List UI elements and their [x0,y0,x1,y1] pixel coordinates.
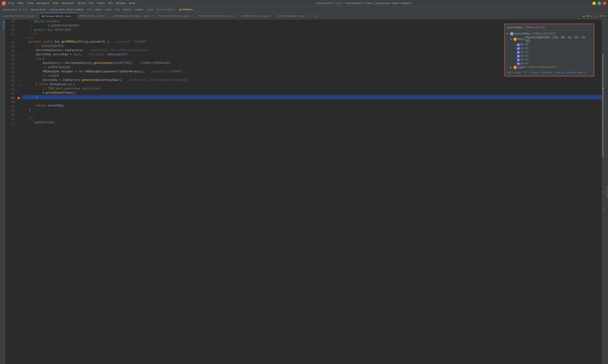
tooltip-tree-byte2[interactable]: B 2 = 51 [507,50,592,54]
tree-toggle[interactable]: ▶ [510,66,513,69]
tab-label: LambdaQueryWrapper.class [113,15,150,17]
tooltip-tree-type[interactable]: ▶ ● type = "PBEWithMD5AndDES" [507,65,592,69]
line-numbers: 48 49 50 51 52 53 54 55 56 57 58 59 60 6… [5,19,16,364]
tab-close-icon[interactable]: ✕ [192,15,193,17]
line-69: 69 [5,113,15,117]
tab-passwordutil[interactable]: PasswordUtil.java ✕ [39,13,77,19]
tooltip-tree-byte1[interactable]: B 1 = 50 [507,47,592,50]
breadcrumb-item[interactable]: common [134,8,143,11]
warnings-count: ▲ 16 [583,15,589,17]
tree-icon-byte: B [517,62,520,65]
line-hint [5,36,15,41]
maximize-button[interactable] [598,2,601,5]
line-67: 67 [5,104,15,109]
tab-lambdaquerywrapper[interactable]: LambdaQueryWrapper.class ✕ [110,13,156,19]
tooltip-tree-key[interactable]: ▼ ● key = {byte[6]@16188} [49, 50, 51, 5… [507,36,592,43]
breadcrumb-item[interactable]: src [87,8,92,11]
menu-navigate[interactable]: Navigate [37,2,49,5]
main-layout: Project 48 49 50 51 52 53 54 55 56 57 58… [0,19,608,364]
minimize-button[interactable] [592,2,596,5]
close-button[interactable] [603,2,606,5]
code-line-66 [22,99,604,104]
tab-methodproxy[interactable]: MethodProxy.class ✕ [240,13,274,19]
menu-help[interactable]: Help [129,2,135,5]
tab-close-icon[interactable]: ✕ [236,15,237,17]
line-71: 71 [5,122,15,126]
tab-scroll-down[interactable]: ▼ [605,15,606,17]
menu-view[interactable]: View [27,2,33,5]
create-renderer-btn[interactable]: Create renderer [529,71,553,74]
warnings-count2: △ 1 [591,14,595,17]
menu-file[interactable]: File [8,2,14,5]
code-line-61: secretKey = keyFactory.generateSecret(ke… [22,78,604,82]
tree-toggle[interactable]: ▼ [510,38,513,41]
tab-sysuserserviceimpl[interactable]: SysUserServiceImpl.java ✕ [196,13,240,19]
set-value-btn[interactable]: Set value [507,71,521,74]
tab-label: LoginController.java [2,15,34,17]
editor-scrollbar[interactable] [602,19,604,364]
tab-close-icon[interactable]: ✕ [36,15,37,17]
line-51: 51 [5,32,15,36]
menu-bar[interactable]: File Edit View Navigate Code Refactor Bu… [8,2,135,5]
breadcrumb-item[interactable]: jeecg-boot-2.3.0 [2,8,27,11]
tab-label: MethodProxy.class [242,15,269,17]
tooltip-tree-byte4[interactable]: B 4 = 53 [507,58,592,62]
tab-label: ISysUserService.java [158,15,190,17]
tab-sy[interactable]: Sy... [311,13,339,19]
tooltip-tree-byte3[interactable]: B 3 = 52 [507,54,592,58]
code-line-68: } [22,108,604,112]
editor-area: 48 49 50 51 52 53 54 55 56 57 58 59 60 6… [5,19,604,364]
tooltip-footer: Set value F2 Create renderer Add as inli… [507,71,592,74]
tab-close-icon[interactable]: ✕ [307,15,308,17]
line-49: 49 [5,24,15,28]
window-title: jeecg-boot-2.3.0 - PasswordUtil.java [je… [137,2,590,5]
project-icon[interactable]: Project [0,21,5,25]
breadcrumb-item[interactable]: util [147,8,153,11]
tooltip-header: secretKey: PBEKey@16187 [507,26,592,30]
breadcrumb-item[interactable]: getPBEKey [179,8,193,11]
tree-icon-byte: B [517,58,520,61]
menu-refactor[interactable]: Refactor [62,2,75,5]
breadcrumb-item[interactable]: PasswordUtil [156,8,175,11]
tree-icon-byte: B [517,43,520,46]
menu-code[interactable]: Code [52,2,59,5]
menu-edit[interactable]: Edit [17,2,24,5]
tree-toggle[interactable]: ▼ [507,33,510,35]
menu-vcs[interactable]: VCS [108,2,113,5]
tab-logincontroller[interactable]: LoginController.java ✕ [0,13,39,19]
breadcrumb-item[interactable]: java [105,8,111,11]
tooltip-tree-secretkey[interactable]: ▼ = secretKey = {PBEKey@16187} [507,32,592,36]
tab-close-icon[interactable]: ✕ [271,15,272,17]
warning-marker [603,88,604,89]
tab-close-icon[interactable]: ✕ [73,15,75,18]
tab-sysusermapper[interactable]: SysUserMapper.java ✕ [275,13,311,19]
database-tool[interactable]: Database [605,186,608,197]
debug-tooltip[interactable]: secretKey: PBEKey@16187 ▼ = secretKey = … [505,24,594,76]
tab-close-icon[interactable]: ✕ [106,15,108,17]
code-line-69 [22,112,604,116]
breadcrumb-item[interactable]: jeecg [123,8,131,11]
line-52: 52 [5,41,15,45]
add-watch-btn[interactable]: Add as inline watch [556,71,585,74]
breadcrumb-item[interactable]: jeecg-boot-base-common [50,8,84,11]
menu-tools[interactable]: Tools [97,2,105,5]
tab-isysuserservice[interactable]: ISysUserService.java ✕ [156,13,195,19]
breadcrumb: jeecg-boot-2.3.0 › jeecg-boot › jeecg-bo… [0,7,608,13]
tooltip-tree-byte5[interactable]: B 5 = 54 [507,62,592,65]
code-area: 48 49 50 51 52 53 54 55 56 57 58 59 60 6… [5,19,604,364]
line-53: 53 [5,45,15,49]
tooltip-tree-byte0[interactable]: B 0 = 49 [507,43,592,47]
line-61: 61 [5,79,15,83]
tab-close-icon[interactable]: ✕ [152,15,154,17]
breadcrumb-item[interactable]: main [95,8,102,11]
tab-pbekeyspec[interactable]: PBEKeySpec.class ✕ [77,13,110,19]
breadcrumb-item[interactable]: jeecg-boot [30,8,46,11]
menu-window[interactable]: Window [116,2,126,5]
menu-run[interactable]: Run [89,2,94,5]
breadcrumb-item[interactable]: org [115,8,119,11]
tree-icon-field: = [510,32,513,36]
scrollbar-thumb [602,54,604,157]
window-controls[interactable] [592,2,606,5]
line-64: 64 [5,92,15,96]
menu-build[interactable]: Build [78,2,86,5]
